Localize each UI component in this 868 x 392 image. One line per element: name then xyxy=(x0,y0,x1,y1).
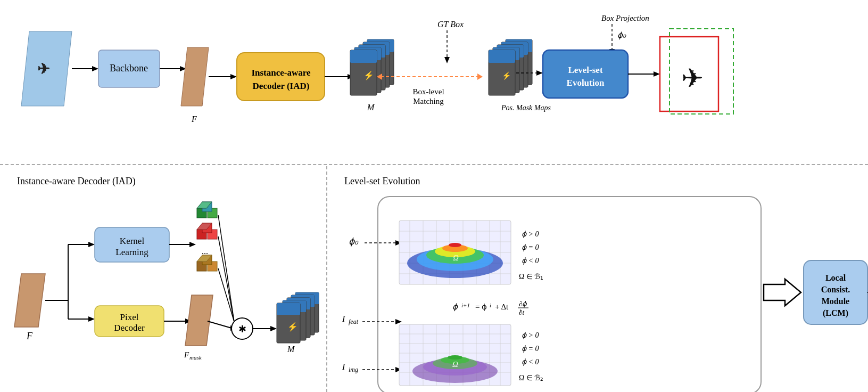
svg-point-184 xyxy=(448,355,462,360)
svg-text:ϕ < 0: ϕ < 0 xyxy=(522,257,539,265)
svg-text:ϕ = 0: ϕ = 0 xyxy=(522,243,539,251)
svg-text:⚡: ⚡ xyxy=(502,71,511,80)
svg-marker-107 xyxy=(270,326,277,331)
svg-marker-81 xyxy=(185,295,213,346)
svg-text:Consist.: Consist. xyxy=(821,285,850,294)
svg-marker-3 xyxy=(92,66,98,71)
svg-text:ϕ = 0: ϕ = 0 xyxy=(522,345,539,353)
svg-text:✱: ✱ xyxy=(238,324,246,334)
main-container: ✈ Backbone F Instance-aware Decoder (IAD… xyxy=(0,0,868,392)
svg-marker-11 xyxy=(230,74,237,79)
svg-text:Backbone: Backbone xyxy=(110,63,148,74)
svg-marker-32 xyxy=(444,57,450,63)
svg-text:(LCM): (LCM) xyxy=(823,308,848,318)
svg-text:Ω ∈ ℬ₁: Ω ∈ ℬ₁ xyxy=(519,273,543,281)
svg-text:⚡: ⚡ xyxy=(287,322,298,332)
svg-text:GT Box: GT Box xyxy=(437,20,464,29)
svg-text:Matching: Matching xyxy=(413,97,444,105)
svg-text:Ω: Ω xyxy=(452,360,458,369)
svg-text:M: M xyxy=(367,103,375,112)
svg-marker-60 xyxy=(654,71,660,77)
svg-text:Box-level: Box-level xyxy=(412,87,444,96)
svg-marker-8 xyxy=(181,47,209,106)
svg-text:∂t: ∂t xyxy=(519,308,524,316)
iad-diagram-svg: F Kernel Learning Pixel Decoder xyxy=(11,191,327,392)
svg-text:Decoder: Decoder xyxy=(114,323,145,333)
svg-line-100 xyxy=(218,236,234,322)
svg-text:✈: ✈ xyxy=(681,63,704,93)
svg-rect-47 xyxy=(489,50,515,63)
svg-text:I: I xyxy=(342,362,345,371)
svg-text:ϕ > 0: ϕ > 0 xyxy=(522,331,539,339)
svg-text:⚡: ⚡ xyxy=(363,70,374,80)
svg-text:Learning: Learning xyxy=(115,247,148,257)
svg-line-102 xyxy=(208,321,232,328)
svg-text:✈: ✈ xyxy=(37,61,50,77)
svg-text:Decoder (IAD): Decoder (IAD) xyxy=(253,81,310,91)
svg-text:= ϕ: = ϕ xyxy=(475,303,487,311)
svg-text:Kernel: Kernel xyxy=(120,236,145,246)
lse-section: Level-set Evolution ϕ₀ I feat I img xyxy=(327,166,868,392)
svg-text:F: F xyxy=(26,331,33,341)
svg-text:M: M xyxy=(287,345,295,354)
svg-text:+ Δt: + Δt xyxy=(495,303,509,311)
svg-text:ϕ: ϕ xyxy=(452,303,458,312)
lse-section-title: Level-set Evolution xyxy=(338,172,857,191)
svg-line-101 xyxy=(218,268,234,322)
svg-rect-117 xyxy=(277,303,300,315)
svg-text:∂ϕ: ∂ϕ xyxy=(519,300,527,308)
svg-text:Module: Module xyxy=(822,297,849,306)
svg-text:img: img xyxy=(349,366,358,373)
svg-marker-69 xyxy=(88,242,95,247)
svg-marker-190 xyxy=(764,279,801,306)
svg-text:Box Projection: Box Projection xyxy=(601,14,649,22)
svg-rect-27 xyxy=(350,50,377,63)
svg-text:ϕ₀: ϕ₀ xyxy=(617,31,626,40)
svg-marker-64 xyxy=(14,274,45,327)
iad-section-title: Instance-aware Decoder (IAD) xyxy=(11,172,316,191)
top-section: ✈ Backbone F Instance-aware Decoder (IAD… xyxy=(0,0,868,165)
top-diagram-svg: ✈ Backbone F Instance-aware Decoder (IAD… xyxy=(16,0,852,165)
svg-text:Ω: Ω xyxy=(453,254,459,262)
lse-diagram-svg: ϕ₀ I feat I img xyxy=(338,191,868,392)
svg-text:F: F xyxy=(191,115,197,124)
iad-section: Instance-aware Decoder (IAD) F Kernel Le… xyxy=(0,166,327,392)
svg-text:I: I xyxy=(342,314,345,323)
svg-text:i: i xyxy=(490,302,491,308)
svg-text:F: F xyxy=(184,350,189,359)
svg-text:Ω ∈ ℬ₂: Ω ∈ ℬ₂ xyxy=(519,374,543,382)
svg-marker-51 xyxy=(536,70,543,76)
svg-text:Pixel: Pixel xyxy=(120,312,139,322)
svg-text:Instance-aware: Instance-aware xyxy=(251,68,311,78)
svg-point-151 xyxy=(449,243,461,247)
svg-marker-85 xyxy=(189,242,196,247)
svg-text:Level-set: Level-set xyxy=(568,65,602,75)
svg-text:ϕ > 0: ϕ > 0 xyxy=(522,230,539,238)
svg-marker-35 xyxy=(477,74,483,80)
svg-text:Local: Local xyxy=(825,273,846,282)
svg-text:i+1: i+1 xyxy=(461,302,470,308)
svg-marker-72 xyxy=(88,316,95,322)
svg-line-99 xyxy=(218,215,234,322)
svg-text:ϕ < 0: ϕ < 0 xyxy=(522,358,539,366)
svg-text:ϕ₀: ϕ₀ xyxy=(349,236,359,247)
svg-text:feat: feat xyxy=(349,318,359,325)
svg-text:Pos. Mask Maps: Pos. Mask Maps xyxy=(501,104,551,112)
svg-text:Evolution: Evolution xyxy=(567,78,605,88)
svg-text:mask: mask xyxy=(189,354,202,361)
svg-text:...: ... xyxy=(202,247,208,256)
